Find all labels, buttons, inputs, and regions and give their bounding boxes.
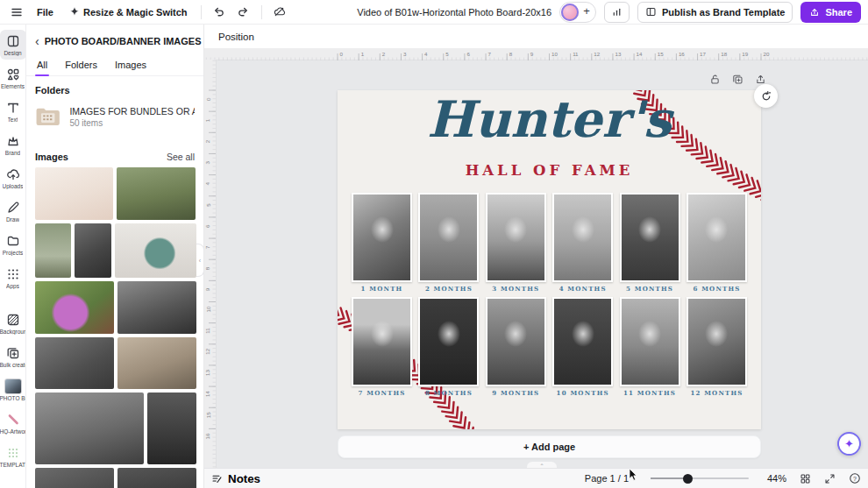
image-thumbnail-baby-with-chalkboard[interactable] <box>115 223 196 278</box>
sidebar-item-bulk-create[interactable]: Bulk create <box>0 342 26 371</box>
undo-button[interactable] <box>210 3 229 22</box>
duplicate-page-icon[interactable] <box>729 71 745 87</box>
svg-text:2: 2 <box>205 139 211 143</box>
zoom-slider[interactable] <box>651 473 749 484</box>
sidebar-item-templates[interactable]: TEMPLATES <box>0 442 26 471</box>
sidebar-item-uploads[interactable]: Uploads <box>0 163 26 193</box>
sidebar-item-design[interactable]: Design <box>0 30 26 60</box>
svg-text:4: 4 <box>205 182 211 186</box>
uploads-icon <box>6 166 20 181</box>
canvas-viewport[interactable]: Hunter's HALL OF FAME 1 MONTH2 MONTHS3 M… <box>216 60 868 469</box>
text-icon <box>6 100 20 115</box>
image-thumbnail-bw-toddler-portrait[interactable] <box>117 468 196 488</box>
sidebar-item-label: Brand <box>5 150 20 156</box>
sidebar-item-text[interactable]: Text <box>0 96 26 126</box>
month-photo-card-11[interactable]: 11 MONTHS <box>620 297 680 397</box>
see-all-link[interactable]: See all <box>167 152 195 162</box>
divider <box>201 5 202 19</box>
image-thumbnail-bw-baby-playing[interactable] <box>35 393 144 464</box>
page-subtitle[interactable]: HALL OF FAME <box>338 162 761 179</box>
baby-photo-3 <box>486 193 546 282</box>
regenerate-button[interactable] <box>754 84 778 108</box>
sidebar-item-brand[interactable]: Brand <box>0 130 26 159</box>
image-thumbnail-bw-baby-crawling[interactable] <box>117 281 196 334</box>
add-member-button[interactable]: + <box>579 4 594 20</box>
svg-text:3: 3 <box>403 51 407 57</box>
share-icon <box>809 7 820 18</box>
sidebar-item-background[interactable]: Background <box>0 308 26 338</box>
month-photo-card-9[interactable]: 9 MONTHS <box>486 297 546 397</box>
zoom-slider-knob[interactable] <box>683 474 693 484</box>
tab-all[interactable]: All <box>35 56 49 75</box>
image-thumbnail-bw-baby-on-teddy[interactable] <box>147 393 196 464</box>
redo-button[interactable] <box>234 3 253 22</box>
design-icon <box>6 33 20 48</box>
sidebar-item-draw[interactable]: Draw <box>0 196 26 226</box>
insights-button[interactable] <box>604 2 630 23</box>
grid-view-button[interactable] <box>800 473 811 484</box>
month-photo-card-3[interactable]: 3 MONTHS <box>486 193 546 293</box>
month-photo-card-1[interactable]: 1 MONTH <box>352 193 412 293</box>
help-button[interactable]: ? <box>849 472 861 484</box>
home-menu-button[interactable] <box>7 3 26 22</box>
panel-collapse-handle[interactable]: ‹ <box>196 244 204 277</box>
app-sidebar: DesignElementsTextBrandUploadsDrawProjec… <box>0 25 26 488</box>
share-button[interactable]: Share <box>800 2 861 23</box>
image-thumbnail-girl-in-purple-dress[interactable] <box>35 281 114 334</box>
baby-photo-6 <box>687 193 747 282</box>
month-photo-card-5[interactable]: 5 MONTHS <box>620 193 680 293</box>
background-icon <box>6 312 20 327</box>
vertical-ruler: 012345678910111213141516 <box>204 60 217 469</box>
svg-text:11: 11 <box>573 51 579 57</box>
image-thumbnail-boy-by-tree[interactable] <box>35 223 71 278</box>
sidebar-item-projects[interactable]: Projects <box>0 230 26 259</box>
image-thumbnail-bw-newborn-in-blanket[interactable] <box>75 223 111 278</box>
publish-brand-template-button[interactable]: Publish as Brand Template <box>637 2 793 23</box>
month-photo-card-8[interactable]: 8 MONTHS <box>418 297 479 397</box>
month-photo-card-7[interactable]: 7 MONTHS <box>352 297 412 397</box>
image-thumbnail-bw-baby-portrait[interactable] <box>35 468 114 488</box>
month-photo-card-2[interactable]: 2 MONTHS <box>418 193 479 293</box>
lock-icon[interactable] <box>707 71 722 87</box>
file-menu-button[interactable]: File <box>32 4 59 21</box>
image-thumbnail-baby-with-teddy-bear[interactable] <box>117 337 196 389</box>
baby-photo-11 <box>620 297 680 386</box>
user-avatar[interactable] <box>561 4 579 21</box>
bulk-create-icon <box>6 345 20 360</box>
resize-magic-switch-button[interactable]: Resize & Magic Switch <box>64 3 193 22</box>
image-thumbnail-newborn-twins-on-white[interactable] <box>35 167 113 220</box>
sidebar-item-elements[interactable]: Elements <box>0 63 26 93</box>
svg-text:19: 19 <box>742 51 748 57</box>
left-panel: ‹ PHOTO BOARD/BANNER IMAGES ••• AllFolde… <box>26 25 204 488</box>
document-title[interactable]: Video of B01w-Horizontal Photo Board-20x… <box>357 7 551 18</box>
month-photo-card-6[interactable]: 6 MONTHS <box>687 193 747 293</box>
month-label: 6 MONTHS <box>687 285 747 293</box>
svg-text:12: 12 <box>594 51 600 57</box>
svg-text:11: 11 <box>205 328 211 334</box>
team-avatar-group[interactable]: + <box>559 2 596 23</box>
tab-folders[interactable]: Folders <box>63 56 99 75</box>
month-photo-card-4[interactable]: 4 MONTHS <box>552 193 613 293</box>
image-thumbnail-toddler-under-tree[interactable] <box>117 167 196 220</box>
month-photo-card-10[interactable]: 10 MONTHS <box>552 297 613 397</box>
image-thumbnail-bw-mom-holding-baby[interactable] <box>35 337 114 389</box>
tab-images[interactable]: Images <box>113 56 148 75</box>
month-label: 12 MONTHS <box>687 389 747 397</box>
bar-chart-icon <box>611 6 623 18</box>
folder-item[interactable]: IMAGES FOR BUNDLES OR ADVER... 50 items <box>35 103 195 131</box>
svg-text:0: 0 <box>340 51 344 57</box>
month-photo-card-12[interactable]: 12 MONTHS <box>687 297 747 397</box>
add-page-button[interactable]: + Add page <box>338 435 761 458</box>
position-button[interactable]: Position <box>213 29 260 45</box>
page-title-script[interactable]: Hunter's <box>338 92 761 147</box>
status-bar: Notes Page 1 / 1 44% ? <box>204 468 868 488</box>
sidebar-item-photo-boa[interactable]: PHOTO BOA... <box>0 375 26 405</box>
notes-button[interactable]: Notes <box>211 472 260 485</box>
canva-assistant-button[interactable]: ✦ <box>837 432 861 456</box>
panel-title: PHOTO BOARD/BANNER IMAGES <box>45 36 202 46</box>
fullscreen-button[interactable] <box>824 473 836 484</box>
sidebar-item-hq-artwork[interactable]: HQ-Artwork <box>0 408 26 438</box>
back-button[interactable]: ‹ <box>35 35 39 47</box>
sidebar-item-apps[interactable]: Apps <box>0 263 26 293</box>
design-page[interactable]: Hunter's HALL OF FAME 1 MONTH2 MONTHS3 M… <box>338 90 761 429</box>
